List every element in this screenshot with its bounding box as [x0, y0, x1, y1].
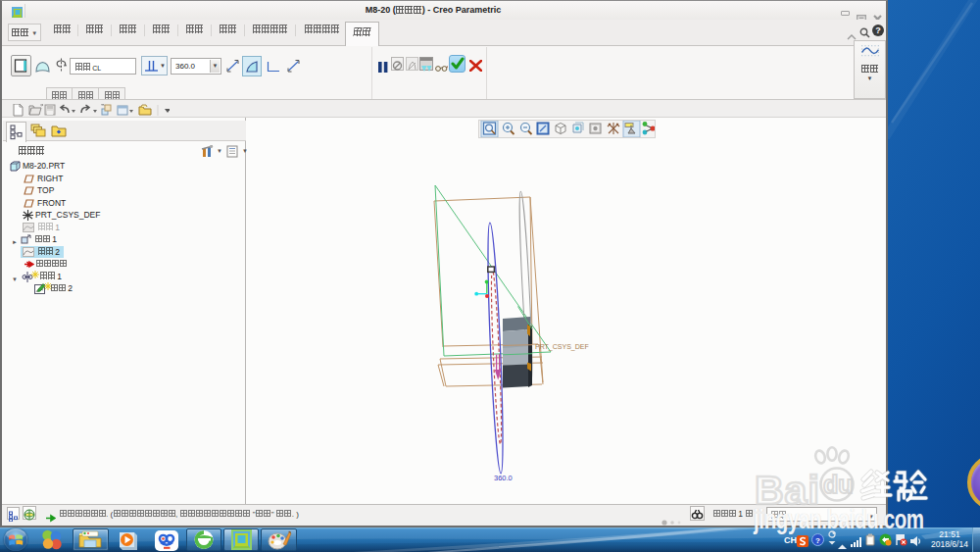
svg-text:?: ? — [815, 536, 820, 545]
svg-text:du: du — [823, 471, 854, 498]
svg-text:360.0: 360.0 — [494, 474, 513, 482]
svg-text:PRT_CSYS_DEF: PRT_CSYS_DEF — [535, 343, 589, 351]
